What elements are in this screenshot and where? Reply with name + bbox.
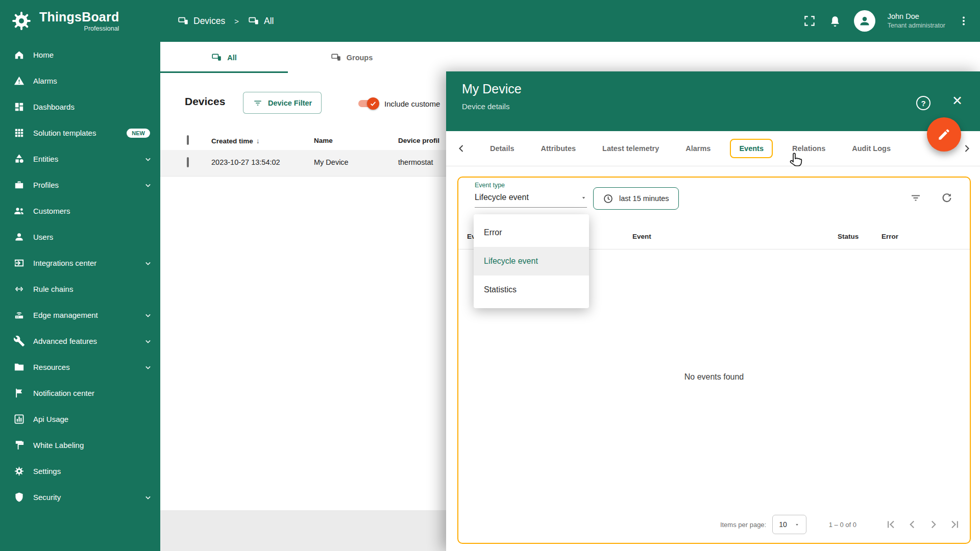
- briefcase-icon: [13, 179, 25, 191]
- include-customers-toggle[interactable]: [357, 97, 378, 110]
- sidebar-item-rule-chains[interactable]: Rule chains: [0, 276, 160, 302]
- prev-page-icon[interactable]: [905, 518, 919, 531]
- tab-audit-logs[interactable]: Audit Logs: [839, 131, 904, 166]
- apps-icon: [13, 127, 25, 139]
- include-customers-control: Include custome: [357, 97, 440, 110]
- chevron-right-icon[interactable]: [961, 142, 973, 155]
- nav-label: Integrations center: [33, 259, 135, 267]
- menu-option-lifecycle-event[interactable]: Lifecycle event: [474, 247, 589, 276]
- nav-label: Dashboards: [33, 103, 153, 111]
- nav-label: Profiles: [33, 181, 135, 189]
- sidebar-item-white-labeling[interactable]: White Labeling: [0, 432, 160, 458]
- nav-label: Users: [33, 233, 153, 241]
- sidebar-item-api-usage[interactable]: Api Usage: [0, 406, 160, 432]
- sidebar: ThingsBoard Professional Home Alarms Das…: [0, 0, 160, 551]
- row-checkbox[interactable]: [187, 158, 189, 166]
- chevron-down-icon: [143, 362, 153, 372]
- chevron-down-icon: [143, 180, 153, 190]
- tab-details[interactable]: Details: [477, 131, 528, 166]
- nav-label: Solution templates: [33, 129, 118, 137]
- tab-all[interactable]: All: [160, 42, 288, 73]
- nav-label: Home: [33, 51, 153, 59]
- column-status[interactable]: Status: [838, 233, 859, 240]
- menu-option-statistics[interactable]: Statistics: [474, 276, 589, 304]
- nav-label: White Labeling: [33, 441, 153, 449]
- pencil-icon: [937, 128, 951, 141]
- tab-alarms[interactable]: Alarms: [672, 131, 724, 166]
- sidebar-item-solution-templates[interactable]: Solution templates NEW: [0, 120, 160, 146]
- page-title: Devices: [185, 95, 225, 108]
- tab-events[interactable]: Events: [724, 131, 779, 166]
- devices-icon: [211, 52, 222, 63]
- sidebar-nav: Home Alarms Dashboards Solution template…: [0, 42, 160, 510]
- select-all-checkbox[interactable]: [187, 136, 189, 144]
- sidebar-item-users[interactable]: Users: [0, 224, 160, 250]
- filter-button-label: Device Filter: [268, 99, 312, 107]
- event-type-select[interactable]: Event type Lifecycle event: [475, 182, 587, 208]
- sidebar-item-security[interactable]: Security: [0, 484, 160, 510]
- breadcrumb-all[interactable]: All: [248, 15, 274, 27]
- user-name: John Doe: [888, 12, 945, 21]
- chevron-left-icon[interactable]: [455, 142, 468, 155]
- sidebar-item-profiles[interactable]: Profiles: [0, 172, 160, 198]
- fullscreen-icon[interactable]: [803, 14, 816, 28]
- sidebar-item-advanced-features[interactable]: Advanced features: [0, 328, 160, 354]
- sidebar-item-notification-center[interactable]: Notification center: [0, 380, 160, 406]
- sidebar-item-integrations-center[interactable]: Integrations center: [0, 250, 160, 276]
- time-window-button[interactable]: last 15 minutes: [593, 187, 679, 210]
- tab-latest-telemetry[interactable]: Latest telemetry: [589, 131, 672, 166]
- sidebar-item-entities[interactable]: Entities: [0, 146, 160, 172]
- folder-icon: [13, 361, 25, 373]
- device-filter-button[interactable]: Device Filter: [243, 92, 322, 114]
- column-name[interactable]: Name: [314, 137, 333, 144]
- menu-option-error[interactable]: Error: [474, 218, 589, 247]
- edit-fab-button[interactable]: [927, 117, 961, 152]
- thingsboard-logo-icon: [10, 10, 33, 32]
- nav-label: Alarms: [33, 77, 153, 85]
- drawer-header: My Device Device details ? ✕: [446, 71, 980, 131]
- device-details-drawer: My Device Device details ? ✕ Details Att…: [446, 71, 980, 551]
- nav-label: Advanced features: [33, 337, 135, 345]
- tools-icon: [13, 335, 25, 347]
- next-page-icon[interactable]: [927, 518, 940, 531]
- sidebar-item-dashboards[interactable]: Dashboards: [0, 94, 160, 120]
- sidebar-item-settings[interactable]: Settings: [0, 458, 160, 484]
- column-device-profile[interactable]: Device profil: [398, 137, 439, 144]
- user-info: John Doe Tenant administrator: [888, 12, 945, 30]
- select-caret-icon: [580, 194, 587, 201]
- sidebar-item-alarms[interactable]: Alarms: [0, 68, 160, 94]
- app-title: ThingsBoard: [39, 10, 119, 24]
- tab-groups[interactable]: Groups: [288, 42, 415, 73]
- nav-label: Security: [33, 493, 135, 502]
- sidebar-item-customers[interactable]: Customers: [0, 198, 160, 224]
- filter-icon[interactable]: [910, 192, 922, 204]
- nav-label: Edge management: [33, 311, 135, 319]
- nav-label: Api Usage: [33, 415, 153, 423]
- toggle-thumb: [367, 97, 379, 110]
- column-event[interactable]: Event: [632, 233, 651, 240]
- page-range-label: 1 – 0 of 0: [829, 521, 856, 529]
- chevron-down-icon: [143, 154, 153, 164]
- nav-label: Rule chains: [33, 285, 153, 293]
- breadcrumb-label: Devices: [193, 16, 225, 27]
- column-error[interactable]: Error: [881, 233, 898, 240]
- last-page-icon[interactable]: [948, 518, 962, 531]
- sidebar-item-edge-management[interactable]: Edge management: [0, 302, 160, 328]
- gear-icon: [13, 465, 25, 477]
- notifications-bell-icon[interactable]: [828, 14, 842, 28]
- first-page-icon[interactable]: [884, 518, 897, 531]
- tab-attributes[interactable]: Attributes: [528, 131, 589, 166]
- kebab-menu-icon[interactable]: [958, 15, 970, 27]
- router-icon: [13, 309, 25, 321]
- column-created-time[interactable]: Created time↓: [211, 137, 260, 145]
- app-logo[interactable]: ThingsBoard Professional: [0, 0, 160, 42]
- close-icon[interactable]: ✕: [952, 94, 963, 107]
- help-icon[interactable]: ?: [916, 96, 930, 110]
- breadcrumb-devices[interactable]: Devices: [178, 15, 225, 27]
- sidebar-item-home[interactable]: Home: [0, 42, 160, 68]
- user-avatar[interactable]: [854, 10, 875, 32]
- items-per-page-select[interactable]: 10: [772, 515, 806, 534]
- tab-relations[interactable]: Relations: [779, 131, 839, 166]
- sidebar-item-resources[interactable]: Resources: [0, 354, 160, 380]
- refresh-icon[interactable]: [941, 192, 953, 204]
